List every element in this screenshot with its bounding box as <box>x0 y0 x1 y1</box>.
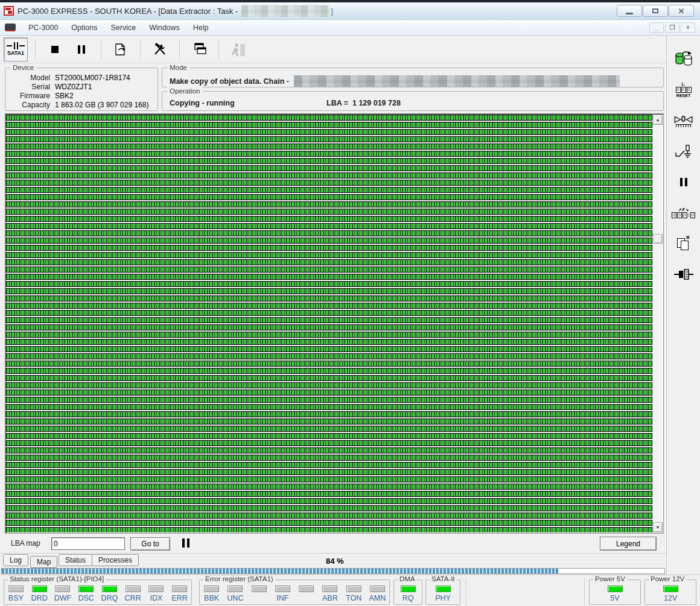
reset-arrow-icon: ↓ <box>684 82 686 86</box>
circuit-switch-icon <box>675 143 693 160</box>
power5-group: Power 5V 5V <box>589 579 641 605</box>
run-task-button[interactable] <box>110 39 132 60</box>
counter-digits-icon: 000|0 <box>672 212 695 218</box>
power-circuit-button[interactable] <box>672 141 695 162</box>
maximize-icon <box>652 8 658 13</box>
tab-map[interactable]: Map <box>30 556 57 568</box>
close-icon: ✕ <box>678 7 685 16</box>
statusbar-separator <box>466 578 466 605</box>
device-panel: Device Model ST2000LM007-1R8174 Serial W… <box>5 68 158 111</box>
ruler-icon <box>676 124 692 127</box>
lba-map-label: LBA map <box>11 539 40 548</box>
power12-group: Power 12V 12V <box>644 579 696 605</box>
menu-service[interactable]: Service <box>104 21 142 34</box>
zero-icon: ▷0◁ <box>675 114 692 124</box>
operation-status: Copying - running <box>170 99 235 107</box>
led-indicator <box>148 585 164 592</box>
led-5v: 5V <box>603 585 626 602</box>
led-indicator <box>436 585 451 592</box>
mdi-restore-button[interactable]: ❐ <box>665 22 679 33</box>
lba-value: 1 129 019 728 <box>352 99 401 107</box>
goto-zero-button[interactable]: ▷0◁ <box>672 110 695 131</box>
task-windows-button[interactable] <box>188 39 210 60</box>
led-label: DSC <box>78 594 94 602</box>
toolbar: SATA1 <box>0 36 666 63</box>
led-indicator <box>32 585 47 592</box>
map-scrollbar[interactable]: ▲ ▼ <box>652 115 663 532</box>
reset-digits-icon: 000 <box>676 87 692 93</box>
led-blank <box>247 585 270 594</box>
led-label: DWF <box>54 594 71 602</box>
led-indicator <box>126 585 141 592</box>
sector-map-panel: ▲ ▼ <box>5 113 664 534</box>
led-crr: CRR <box>121 585 144 602</box>
led-label: BBK <box>204 594 219 602</box>
led-inf: INF <box>271 585 294 602</box>
sata1-button-label: SATA1 <box>7 50 24 56</box>
cancel-tasks-button[interactable]: ✕ <box>672 233 695 254</box>
goto-button[interactable]: Go to <box>130 537 170 551</box>
status-register-group: Status register (SATA1)-[PIO4] BSY DRD D… <box>4 579 192 605</box>
error-register-group: Error register (SATA1) BBK UNC INF ABR T… <box>199 579 390 605</box>
mdi-close-button[interactable]: × <box>681 22 695 33</box>
led-indicator <box>401 585 416 592</box>
reset-counter-button[interactable]: 1↓ 000 RESET <box>672 80 695 100</box>
scrollbar-thumb[interactable] <box>653 234 663 244</box>
device-field-label: Serial <box>8 83 55 91</box>
close-button[interactable]: ✕ <box>669 5 694 17</box>
sector-counter-button[interactable]: ↗✗↘ 000|0 <box>672 203 695 223</box>
stop-button[interactable] <box>44 39 66 60</box>
mdi-window-controls: _ ❐ × <box>649 22 695 33</box>
utilities-button[interactable] <box>149 39 171 60</box>
led-label: PHY <box>435 594 451 602</box>
tab-status[interactable]: Status <box>59 554 92 566</box>
app-logo-icon <box>4 6 14 16</box>
legend-button[interactable]: Legend <box>600 537 657 551</box>
led-indicator <box>172 585 187 592</box>
pause-button[interactable] <box>71 39 92 60</box>
exit-task-button <box>228 39 249 60</box>
led-label: UNC <box>227 594 243 602</box>
sata1-port-button[interactable]: SATA1 <box>4 37 28 62</box>
led-label: BSY <box>8 594 24 602</box>
tab-processes[interactable]: Processes <box>92 554 139 566</box>
led-rq: RQ <box>396 585 419 602</box>
map-pause-indicator[interactable] <box>182 538 189 548</box>
led-indicator <box>322 585 337 592</box>
scroll-down-button[interactable]: ▼ <box>653 522 663 532</box>
sector-map-grid[interactable] <box>6 115 653 532</box>
led-bbk: BBK <box>200 585 223 602</box>
mdi-minimize-button[interactable]: _ <box>649 22 664 33</box>
menu-help[interactable]: Help <box>186 21 215 34</box>
maximize-button[interactable] <box>643 5 668 17</box>
device-panel-title: Device <box>10 63 36 72</box>
led-amn: AMN <box>366 585 389 602</box>
led-label: INF <box>276 594 288 602</box>
redacted-chain-blur <box>294 75 620 87</box>
dma-group: DMA RQ <box>393 579 422 605</box>
mode-panel-title: Mode <box>167 63 189 72</box>
menu-pc3000[interactable]: PC-3000 <box>22 21 65 34</box>
device-field-label: Model <box>8 74 55 82</box>
toolbar-separator <box>140 39 141 60</box>
led-indicator <box>608 585 623 592</box>
led-abr: ABR <box>319 585 342 602</box>
led-indicator <box>228 585 243 592</box>
menu-options[interactable]: Options <box>65 21 104 34</box>
lba-input-wrap: D ↓ <box>51 537 125 550</box>
tab-log[interactable]: Log <box>3 554 28 566</box>
connector-settings-button[interactable] <box>672 264 695 285</box>
device-serial-value: WDZ0ZJT1 <box>55 83 155 91</box>
lba-label: LBA = <box>326 99 348 107</box>
copy-data-button[interactable] <box>672 49 695 69</box>
led-label: RQ <box>402 594 414 602</box>
menu-windows[interactable]: Windows <box>142 21 186 34</box>
progress-percent-label: 84 % <box>326 557 344 566</box>
led-idx: IDX <box>145 585 168 602</box>
error-register-title: Error register (SATA1) <box>203 575 275 582</box>
scroll-up-button[interactable]: ▲ <box>653 115 663 125</box>
pause-resume-button[interactable] <box>672 172 695 192</box>
progress-bar <box>1 568 665 574</box>
counter-arrows-icon: ↗✗↘ <box>678 207 689 212</box>
minimize-button[interactable] <box>617 5 642 17</box>
